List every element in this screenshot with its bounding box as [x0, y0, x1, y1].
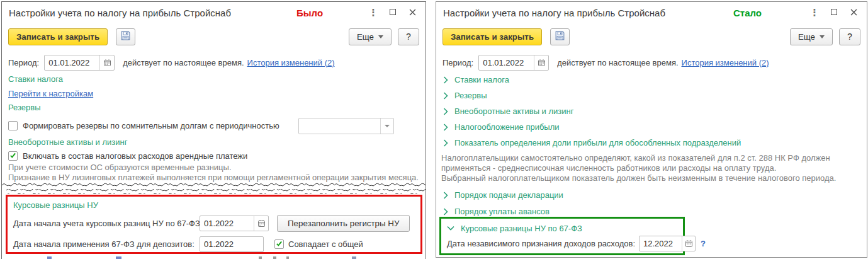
recognition-date-label: Дата независимого признания доходов расх… [447, 239, 635, 248]
period-label: Период: [8, 58, 39, 67]
window-before: Настройки учета по налогу на прибыль Стр… [1, 1, 426, 259]
period-input[interactable]: 01.01.2022 [478, 55, 549, 71]
torn-screenshot-divider [2, 183, 426, 195]
exchange-row1-label: Дата начала учета курсовых разниц НУ по … [13, 219, 200, 228]
check-icon [276, 239, 283, 249]
period-input[interactable]: 01.01.2022 [44, 55, 115, 71]
history-link[interactable]: История изменений (2) [247, 58, 335, 67]
window-title: Настройки учета по налогу на прибыль Стр… [9, 8, 231, 18]
chevron-right-icon [443, 92, 448, 100]
window-menu-icon[interactable]: ⋮ [810, 8, 819, 16]
assets-note-2: Признание в НУ лизинговых платежей выпол… [8, 173, 419, 182]
calendar-icon[interactable] [99, 55, 114, 70]
section-exchange-diff: Курсовые разницы НУ [13, 200, 98, 210]
dropdown-arrow-icon [378, 35, 383, 41]
toolbar: Записать и закрыть Еще ? [442, 28, 860, 45]
group-exchange-diff-67fz[interactable]: Курсовые разницы НУ по 67-ФЗ [447, 223, 582, 233]
calendar-icon[interactable] [254, 216, 268, 231]
period-row: Период: 01.01.2022 действует по настояще… [8, 54, 335, 71]
chevron-right-icon [443, 108, 448, 115]
section-assets-leasing: Внеоборотные активы и лизинг [8, 137, 127, 147]
save-close-button[interactable]: Записать и закрыть [442, 28, 542, 45]
close-icon[interactable] [408, 8, 417, 16]
check-icon [9, 151, 16, 161]
before-after-comparison: Настройки учета по налогу на прибыль Стр… [0, 0, 868, 259]
assets-checkbox[interactable] [8, 151, 18, 161]
reserves-checkbox[interactable] [8, 121, 18, 130]
close-icon[interactable] [849, 8, 858, 16]
window-menu-icon[interactable]: ⋮ [369, 8, 378, 16]
combo-arrow-icon [385, 125, 390, 130]
chevron-right-icon [443, 124, 448, 131]
field-help-link[interactable]: ? [701, 239, 706, 248]
calendar-icon[interactable] [534, 55, 548, 70]
dropdown-arrow-icon [820, 35, 825, 41]
toolbar: Записать и закрыть Еще ? [8, 28, 419, 45]
period-note: действует по настоящее время. [123, 58, 244, 67]
cutoff-content-remnant [2, 256, 426, 259]
save-icon [555, 30, 565, 43]
group-advance-payments[interactable]: Порядок уплаты авансов [443, 207, 550, 216]
history-link[interactable]: История изменений (2) [682, 58, 769, 67]
help-button[interactable]: ? [839, 28, 860, 45]
exchange-row2-label: Дата начала применения 67-ФЗ для депозит… [13, 239, 200, 249]
highlight-box-after: Курсовые разницы НУ по 67-ФЗ Дата незави… [439, 217, 685, 255]
period-label: Период: [442, 58, 473, 67]
goto-settings-link[interactable]: Перейти к настройкам [8, 89, 93, 98]
matches-common-checkbox[interactable] [274, 239, 284, 249]
maximize-icon[interactable] [388, 8, 397, 16]
help-button[interactable]: ? [398, 28, 419, 45]
reserves-checkbox-row: Формировать резервы по сомнительным долг… [8, 117, 394, 134]
exchange-row-1: Дата начала учета курсовых разниц НУ по … [13, 215, 410, 232]
calendar-icon[interactable] [682, 236, 695, 251]
periodicity-dropdown[interactable] [298, 118, 394, 134]
section-tax-rates: Ставки налога [8, 74, 63, 84]
taxpayer-note-line-3: Выбранный налогоплательщиком показатель … [441, 173, 836, 183]
window-controls: ⋮ [810, 8, 858, 16]
assets-note-1: При учете стоимости ОС образуются времен… [8, 163, 232, 172]
period-note: действует по настоящее время. [557, 58, 678, 67]
save-button[interactable] [550, 28, 570, 45]
highlight-box-before: Курсовые разницы НУ Дата начала учета ку… [6, 195, 422, 254]
chevron-right-icon [443, 192, 448, 199]
more-button[interactable]: Еще [790, 28, 833, 45]
chevron-right-icon [443, 76, 448, 84]
group-tax-rates[interactable]: Ставки налога [443, 75, 509, 84]
assets-checkbox-row: Включать в состав налоговых расходов аре… [8, 150, 247, 161]
period-row: Период: 01.01.2022 действует по настояще… [442, 54, 769, 71]
group-reserves[interactable]: Резервы [443, 91, 487, 100]
badge-before: Было [296, 8, 323, 18]
group-profit-share-indicator[interactable]: Показатель определения доли прибыли для … [443, 138, 741, 147]
recognition-date-row: Дата независимого признания доходов расх… [447, 236, 706, 251]
save-close-button[interactable]: Записать и закрыть [8, 28, 108, 45]
recognition-date-input[interactable]: 12.2022 [639, 236, 696, 251]
chevron-right-icon [443, 208, 448, 216]
group-profit-taxation[interactable]: Налогообложение прибыли [443, 122, 560, 132]
refill-registers-button[interactable]: Перезаполнить регистры НУ [277, 215, 410, 232]
group-assets-leasing[interactable]: Внеоборотные активы и лизинг [443, 106, 573, 116]
window-controls: ⋮ [369, 8, 417, 16]
window-title: Настройки учета по налогу на прибыль Стр… [443, 8, 665, 18]
chevron-right-icon [443, 139, 448, 147]
badge-after: Стало [733, 8, 762, 18]
maximize-icon[interactable] [830, 8, 838, 16]
window-after: Настройки учета по налогу на прибыль Стр… [436, 1, 867, 258]
more-button[interactable]: Еще [349, 28, 392, 45]
taxpayer-note-line-2: применяться - среднесписочная численност… [441, 163, 776, 173]
group-declaration-order[interactable]: Порядок подачи декларации [443, 190, 563, 200]
save-button[interactable] [116, 28, 135, 45]
exchange-row-2: Дата начала применения 67-ФЗ для депозит… [13, 236, 363, 252]
exchange-date-input[interactable]: 01.2022 [200, 216, 269, 231]
section-reserves: Резервы [8, 103, 41, 112]
chevron-down-icon [447, 226, 454, 231]
deposits-date-input[interactable]: 01.2022 [200, 236, 264, 252]
taxpayer-note-line-1: Налогоплательщики самостоятельно определ… [441, 153, 830, 163]
save-icon [120, 30, 131, 43]
